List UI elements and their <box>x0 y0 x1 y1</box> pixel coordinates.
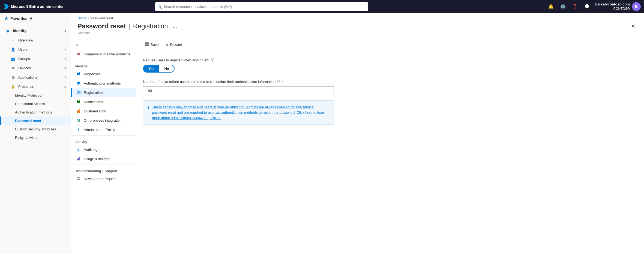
avatar: B <box>632 2 641 11</box>
days-info-icon[interactable]: ⓘ <box>279 79 283 84</box>
chevron-down-icon: ∨ <box>64 76 66 79</box>
info-box: ℹ These settings only apply to end users… <box>143 100 334 125</box>
info-box-link[interactable]: These settings only apply to end users i… <box>152 105 325 120</box>
search-bar-container: 🔍 <box>155 2 368 11</box>
close-button[interactable]: ✕ <box>629 22 637 31</box>
svg-rect-28 <box>146 43 148 44</box>
breadcrumb: Home › Password reset <box>77 16 637 20</box>
nav-divider-2 <box>71 135 136 136</box>
nav-item-properties[interactable]: Properties <box>71 69 136 79</box>
brand-label: Microsoft Entra admin center <box>11 4 64 9</box>
sidebar-item-favorites[interactable]: ★ Favorites ∨ <box>0 13 71 24</box>
nav-item-usage-insights[interactable]: Usage & insights <box>71 154 136 163</box>
audit-logs-icon <box>76 147 81 152</box>
svg-rect-1 <box>78 73 79 75</box>
chevron-up-icon: ∧ <box>64 29 66 33</box>
auth-methods-nav-icon <box>76 81 81 86</box>
settings-icon[interactable]: ⚙️ <box>559 3 567 10</box>
audit-logs-label: Audit logs <box>84 148 99 152</box>
sidebar-item-protection[interactable]: 🔒 Protection ∧ <box>0 82 71 91</box>
auth-methods-label: Authentication methods <box>15 110 52 114</box>
breadcrumb-home[interactable]: Home <box>77 16 86 20</box>
required-star: * <box>277 80 278 84</box>
sidebar-item-applications[interactable]: ⊞ Applications ∨ <box>0 73 71 82</box>
days-input[interactable] <box>143 86 334 95</box>
save-label: Save <box>151 43 159 47</box>
info-box-text: These settings only apply to end users i… <box>152 104 329 121</box>
nav-item-auth-methods[interactable]: Authentication methods <box>71 79 136 88</box>
page-title: Password reset <box>77 22 126 30</box>
nav-item-on-premises[interactable]: On-premises integration <box>71 116 136 125</box>
secondary-nav: « ✖ Diagnose and solve problems Manage <box>71 37 136 254</box>
no-button[interactable]: No <box>159 65 174 72</box>
discard-icon: ✕ <box>165 43 169 47</box>
nav-item-notifications[interactable]: Notifications <box>71 97 136 106</box>
sidebar-item-overview[interactable]: ○ Overview <box>0 35 71 45</box>
nav-divider-1 <box>71 60 136 60</box>
more-options-button[interactable]: ... <box>171 22 179 30</box>
main-layout: ★ Favorites ∨ ◆ Identity ∧ ○ Overview 👤 … <box>0 13 644 254</box>
usage-insights-label: Usage & insights <box>84 157 110 161</box>
diagnose-label: Diagnose and solve problems <box>84 52 130 56</box>
sidebar-item-identity[interactable]: ◆ Identity ∧ <box>0 26 71 35</box>
notifications-icon <box>76 99 81 104</box>
sidebar-item-identity-protection[interactable]: Identity Protection <box>0 91 71 100</box>
yes-button[interactable]: Yes <box>143 65 159 72</box>
overview-icon: ○ <box>11 38 16 43</box>
sidebar-item-devices[interactable]: 🖥 Devices ∨ <box>0 63 71 73</box>
sidebar-item-auth-methods[interactable]: Authentication methods <box>0 108 71 116</box>
svg-rect-8 <box>78 101 79 103</box>
nav-item-audit-logs[interactable]: Audit logs <box>71 145 136 154</box>
nav-item-diagnose[interactable]: ✖ Diagnose and solve problems <box>71 49 136 59</box>
save-button[interactable]: Save <box>143 41 161 49</box>
identity-label: Identity <box>13 29 26 33</box>
username-label: balas@contoso.com <box>595 2 630 7</box>
help-icon[interactable]: ❓ <box>571 3 579 10</box>
shield-icon: 🔒 <box>11 84 16 89</box>
sidebar-item-password-reset[interactable]: Password reset <box>0 116 71 125</box>
user-profile[interactable]: balas@contoso.com CONTOSO B <box>595 2 641 11</box>
feedback-icon[interactable]: 💬 <box>583 3 591 10</box>
svg-rect-10 <box>77 110 78 113</box>
top-bar: Microsoft Entra admin center 🔍 🔔 ⚙️ ❓ 💬 … <box>0 0 644 13</box>
collapse-button[interactable]: « <box>73 41 81 48</box>
sidebar-divider-1 <box>0 25 71 25</box>
sidebar-item-custom-security[interactable]: Custom security attributes <box>0 125 71 133</box>
custom-security-label: Custom security attributes <box>15 127 56 131</box>
discard-label: Discard <box>170 43 182 47</box>
sidebar-item-groups[interactable]: 👥 Groups ∨ <box>0 54 71 63</box>
devices-icon: 🖥 <box>11 65 16 70</box>
favorites-label: Favorites <box>10 16 27 21</box>
registration-label: Registration <box>84 91 103 95</box>
chevron-down-icon: ∨ <box>64 48 66 51</box>
save-icon <box>145 42 149 47</box>
svg-rect-11 <box>78 110 79 113</box>
sidebar-item-users[interactable]: 👤 Users ∨ <box>0 45 71 54</box>
admin-policy-label: Administrator Policy <box>84 128 115 132</box>
discard-button[interactable]: ✕ Discard <box>163 41 184 49</box>
nav-item-admin-policy[interactable]: ℹ Administrator Policy <box>71 125 136 134</box>
sidebar-item-conditional-access[interactable]: Conditional Access <box>0 100 71 108</box>
risky-activities-label: Risky activities <box>15 136 38 140</box>
page-subtitle: Registration <box>133 22 168 30</box>
search-input[interactable] <box>155 2 368 11</box>
customization-icon <box>76 109 81 113</box>
notifications-bell-icon[interactable]: 🔔 <box>547 3 555 10</box>
require-register-info-icon[interactable]: ⓘ <box>211 58 214 62</box>
org-label: Contoso <box>77 31 637 37</box>
properties-icon <box>76 71 81 76</box>
nav-item-new-support[interactable]: New support request <box>71 174 136 183</box>
properties-label: Properties <box>84 72 100 76</box>
protection-label: Protection <box>18 85 34 89</box>
brand-icon <box>3 4 9 9</box>
sidebar: ★ Favorites ∨ ◆ Identity ∧ ○ Overview 👤 … <box>0 13 71 254</box>
nav-item-customization[interactable]: Customization <box>71 106 136 116</box>
nav-item-registration[interactable]: Registration <box>71 88 136 97</box>
yes-no-toggle[interactable]: Yes No <box>143 65 175 73</box>
identity-icon: ◆ <box>5 28 10 33</box>
svg-rect-9 <box>79 100 80 103</box>
brand: Microsoft Entra admin center <box>3 4 64 9</box>
sidebar-item-risky-activities[interactable]: Risky activities <box>0 133 71 142</box>
diagnose-icon: ✖ <box>76 52 81 56</box>
new-support-label: New support request <box>84 177 116 181</box>
